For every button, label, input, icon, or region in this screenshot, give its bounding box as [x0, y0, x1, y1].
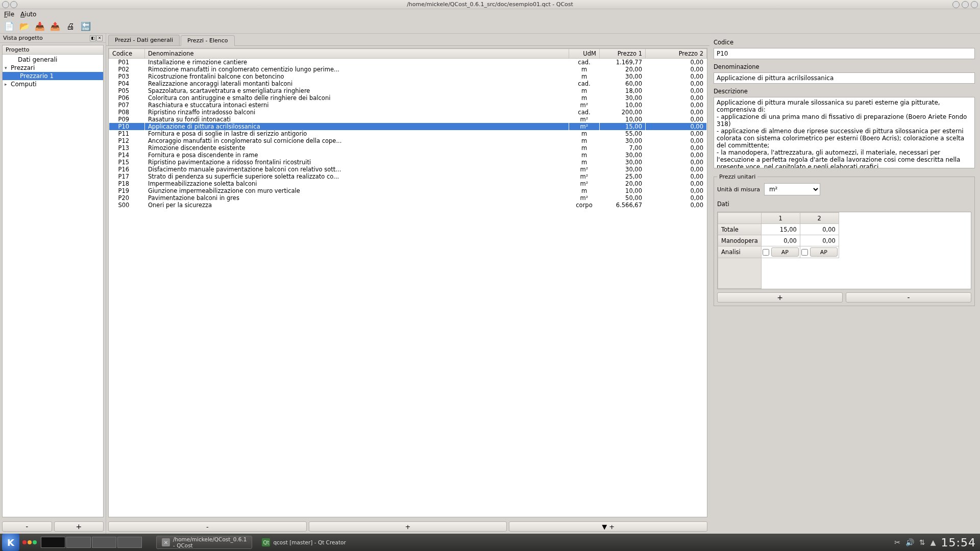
- window-minimize-icon[interactable]: [952, 1, 960, 8]
- grid-remove-button[interactable]: -: [108, 521, 307, 532]
- window-pin-icon[interactable]: [10, 1, 17, 8]
- table-row[interactable]: P06Coloritura con antiruggine e smalto d…: [109, 94, 707, 102]
- analisi-1-checkbox[interactable]: [763, 249, 769, 256]
- tree-add-button[interactable]: +: [54, 521, 104, 532]
- tab-elenco[interactable]: Prezzi - Elenco: [181, 35, 235, 46]
- window-menu-icon[interactable]: [2, 1, 9, 8]
- descrizione-textarea[interactable]: [714, 97, 975, 168]
- table-row[interactable]: P08Ripristino rinzaffo intradosso balcon…: [109, 109, 707, 116]
- dati-remove-button[interactable]: -: [846, 292, 971, 303]
- detail-panel: Codice Denominazione Descrizione Prezzi …: [709, 34, 980, 534]
- desktop-pager[interactable]: [41, 537, 142, 548]
- denominazione-label: Denominazione: [714, 63, 975, 70]
- project-tree[interactable]: Progetto Dati generali ▾Prezzari Prezzar…: [2, 45, 104, 517]
- table-row[interactable]: P16Disfacimento manuale pavimentazione b…: [109, 166, 707, 173]
- table-row[interactable]: P11Fornitura e posa di soglie in lastre …: [109, 130, 707, 137]
- toolbar: 📄 📂 📥 📤 🖨 🔚: [0, 19, 980, 34]
- prezzi-unitari-group: Prezzi unitari Unità di misura m² Dati 1…: [714, 173, 975, 306]
- tab-dati-generali[interactable]: Prezzi - Dati generali: [108, 35, 180, 45]
- save-as-icon[interactable]: 📤: [49, 20, 61, 33]
- table-row[interactable]: P01Installazione e rimozione cantierecad…: [109, 59, 707, 66]
- menubar: File Aiuto: [0, 9, 980, 19]
- unita-misura-select[interactable]: m²: [764, 183, 820, 195]
- tray-updates-icon[interactable]: ▲: [930, 538, 936, 546]
- print-icon[interactable]: 🖨: [64, 20, 77, 33]
- table-row[interactable]: P19Giunzione impermeabilizzazione con mu…: [109, 187, 707, 194]
- activity-dots[interactable]: [22, 540, 37, 544]
- grid-add-button[interactable]: +: [309, 521, 507, 532]
- price-grid[interactable]: Codice Denominazione UdM Prezzo 1 Prezzo…: [108, 48, 707, 517]
- task-item-qtcreator[interactable]: Qt qcost [master] - Qt Creator: [256, 536, 351, 549]
- tree-item-prezzario1[interactable]: Prezzario 1: [3, 72, 103, 80]
- window-maximize-icon[interactable]: [962, 1, 969, 8]
- tree-item-computi[interactable]: ▸Computi: [3, 80, 103, 88]
- table-row[interactable]: P09Rasatura su fondi intonacatim²10,000,…: [109, 116, 707, 123]
- table-row[interactable]: P02Rimozione manufatti in conglomerato c…: [109, 66, 707, 73]
- tree-header: Progetto: [3, 45, 103, 55]
- col-prezzo1[interactable]: Prezzo 1: [600, 49, 646, 59]
- window-titlebar: /home/mickele/QCost_0.6.1_src/doc/esempi…: [0, 0, 980, 9]
- tree-item-prezzari[interactable]: ▾Prezzari: [3, 64, 103, 72]
- analisi-1-ap-button[interactable]: AP: [771, 247, 799, 257]
- table-row[interactable]: P10Applicazione di pittura acrilsilossan…: [109, 123, 707, 130]
- taskbar-clock[interactable]: 15:54: [941, 536, 976, 549]
- col-codice[interactable]: Codice: [109, 49, 145, 59]
- col-udm[interactable]: UdM: [569, 49, 600, 59]
- save-icon[interactable]: 📥: [34, 20, 46, 33]
- dati-col1[interactable]: 1: [761, 213, 800, 224]
- table-row[interactable]: P07Raschiatura e stuccatura intonaci est…: [109, 102, 707, 109]
- menu-file[interactable]: File: [4, 11, 14, 18]
- table-row[interactable]: S00Oneri per la sicurezzacorpo6.566,670,…: [109, 202, 707, 209]
- analisi-2-ap-button[interactable]: AP: [810, 247, 838, 257]
- tree-item-dati-generali[interactable]: Dati generali: [3, 56, 103, 64]
- table-row[interactable]: P18Impermeabilizzazione soletta balconim…: [109, 180, 707, 187]
- app-icon: ✕: [162, 538, 170, 546]
- panel-close-icon[interactable]: ✕: [96, 35, 103, 41]
- project-panel-title: Vista progetto ◧ ✕: [0, 34, 106, 43]
- window-close-icon[interactable]: [971, 1, 978, 8]
- prezzi-unitari-legend: Prezzi unitari: [717, 173, 757, 180]
- tabs: Prezzi - Dati generali Prezzi - Elenco: [106, 34, 709, 46]
- tray-network-icon[interactable]: ⇅: [919, 538, 925, 546]
- table-row[interactable]: P15Ripristino pavimentazione a ridosso f…: [109, 159, 707, 166]
- dati-row-manodopera: Manodopera: [718, 235, 762, 246]
- table-row[interactable]: P03Ricostruzione frontalini balcone con …: [109, 73, 707, 80]
- taskbar: K ✕ /home/mickele/QCost_0.6.1- QCost Qt …: [0, 534, 980, 551]
- table-row[interactable]: P13Rimozione discendente esistentem7,000…: [109, 144, 707, 152]
- manodopera-1[interactable]: 0,00: [761, 235, 800, 246]
- dati-label: Dati: [717, 201, 971, 208]
- table-row[interactable]: P12Ancoraggio manufatti in conglomerato …: [109, 137, 707, 144]
- menu-help[interactable]: Aiuto: [20, 11, 36, 18]
- task-item-qcost[interactable]: ✕ /home/mickele/QCost_0.6.1- QCost: [156, 536, 252, 549]
- open-folder-icon[interactable]: 📂: [18, 20, 31, 33]
- totale-1[interactable]: 15,00: [761, 224, 800, 235]
- dati-add-button[interactable]: +: [717, 292, 843, 303]
- totale-2[interactable]: 0,00: [800, 224, 839, 235]
- col-denominazione[interactable]: Denominazione: [145, 49, 569, 59]
- dati-col2[interactable]: 2: [800, 213, 839, 224]
- dati-row-totale: Totale: [718, 224, 762, 235]
- table-row[interactable]: P20Pavimentazione balconi in gresm²50,00…: [109, 194, 707, 202]
- denominazione-input[interactable]: [714, 72, 975, 84]
- dati-table: 1 2 Totale 15,00 0,00 Manodopera 0,00 0,…: [718, 212, 971, 289]
- grid-add-child-button[interactable]: ▼ +: [509, 521, 707, 532]
- table-row[interactable]: P17Strato di pendenza su superficie supe…: [109, 173, 707, 180]
- project-panel-title-text: Vista progetto: [3, 35, 43, 41]
- kde-menu-icon[interactable]: K: [2, 534, 19, 551]
- new-file-icon[interactable]: 📄: [3, 20, 15, 33]
- descrizione-label: Descrizione: [714, 88, 975, 95]
- table-row[interactable]: P14Fornitura e posa discendente in ramem…: [109, 152, 707, 159]
- exit-icon[interactable]: 🔚: [80, 20, 92, 33]
- analisi-2-checkbox[interactable]: [801, 249, 808, 256]
- table-row[interactable]: P05Spazzolatura, scartavetratura e smeri…: [109, 87, 707, 94]
- table-row[interactable]: P04Realizzazione ancoraggi laterali mont…: [109, 80, 707, 87]
- codice-input[interactable]: [714, 48, 975, 59]
- tray-clipboard-icon[interactable]: ✂: [894, 538, 900, 546]
- tree-remove-button[interactable]: -: [2, 521, 52, 532]
- panel-undock-icon[interactable]: ◧: [90, 35, 96, 41]
- qt-icon: Qt: [262, 538, 270, 546]
- col-prezzo2[interactable]: Prezzo 2: [646, 49, 707, 59]
- unita-misura-label: Unità di misura: [717, 186, 760, 193]
- manodopera-2[interactable]: 0,00: [800, 235, 839, 246]
- tray-volume-icon[interactable]: 🔊: [905, 538, 914, 546]
